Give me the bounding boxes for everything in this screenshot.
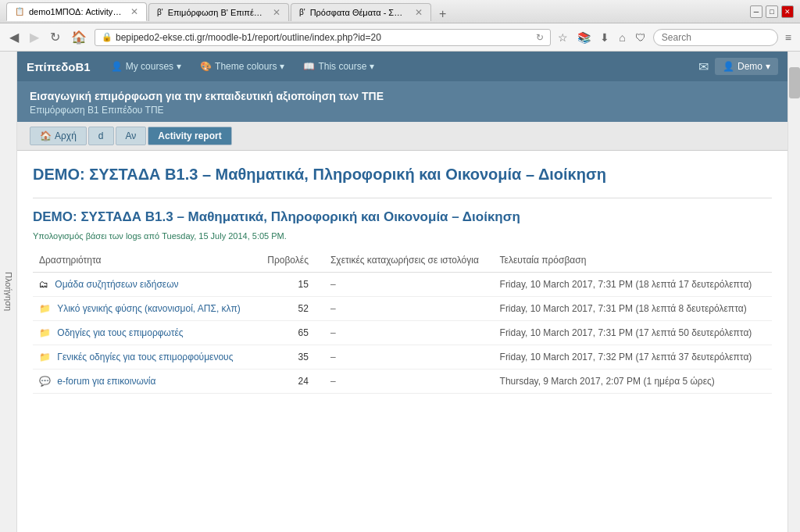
minimize-button[interactable]: ─: [750, 5, 762, 18]
course-title: Εισαγωγική επιμόρφωση για την εκπαιδευτι…: [30, 89, 775, 103]
close-button[interactable]: ✕: [781, 5, 794, 18]
tab-favicon: 📋: [15, 7, 24, 16]
forward-button[interactable]: ▶: [27, 28, 42, 46]
maximize-button[interactable]: □: [766, 5, 778, 18]
address-text: bepipedo2-ekse.cti.gr/moodle-b1/report/o…: [116, 32, 533, 43]
address-bar[interactable]: 🔒 bepipedo2-ekse.cti.gr/moodle-b1/report…: [95, 29, 551, 46]
this-course-icon: 📖: [303, 61, 315, 72]
breadcrumb-av-label: Αν: [126, 130, 137, 141]
browser-tabs: 📋 demo1ΜΠΟΔ: Activity rep... ✕ β' Επιμόρ…: [6, 2, 747, 21]
col-activity: Δραστηριότητα: [33, 252, 258, 273]
nav-this-course[interactable]: 📖 This course ▾: [295, 58, 382, 75]
home-breadcrumb-icon: 🏠: [40, 130, 52, 141]
col-related: Σχετικές καταχωρήσεις σε ιστολόγια: [324, 252, 494, 273]
activity-icon-4: 💬: [39, 376, 51, 387]
user-menu[interactable]: 👤 Demo ▾: [715, 58, 778, 75]
left-sidebar[interactable]: Πλοήγηση: [0, 52, 17, 532]
course-subtitle: Επιμόρφωση Β1 Επιπέδου ΤΠΕ: [30, 105, 775, 116]
search-input[interactable]: [653, 29, 778, 46]
last-access-cell-0: Friday, 10 March 2017, 7:31 PM (18 λεπτά…: [494, 272, 772, 296]
nav-my-courses[interactable]: 👤 My courses ▾: [103, 58, 189, 75]
toolbar-icons: ☆ 📚 ⬇ ⌂ 🛡: [555, 30, 648, 45]
views-cell-0: 15: [258, 272, 324, 296]
last-access-cell-4: Thursday, 9 March 2017, 2:07 PM (1 ημέρα…: [494, 369, 772, 393]
section-divider: [33, 198, 772, 198]
refresh-button[interactable]: ↻: [47, 28, 63, 46]
new-tab-button[interactable]: +: [433, 7, 452, 21]
tab2-title: Επιμόρφωση Β' Επιπέδου ...: [168, 8, 265, 17]
menu-icon[interactable]: ≡: [783, 30, 794, 45]
breadcrumb: 🏠 Αρχή d Αν Activity report: [17, 122, 788, 151]
activity-icon-3: 📁: [39, 352, 51, 362]
sub-heading: DEMO: ΣΥΣΤΑΔΑ Β1.3 – Μαθηματικά, Πληροφο…: [33, 208, 772, 227]
activity-cell-3: 📁 Γενικές οδηγίες για τους επιμορφούμενο…: [33, 345, 258, 369]
activity-link-2[interactable]: Οδηγίες για τους επιμορφωτές: [57, 327, 183, 338]
home-button[interactable]: 🏠: [68, 28, 90, 46]
nav-theme-colours[interactable]: 🎨 Theme colours ▾: [192, 58, 292, 75]
scrollbar[interactable]: [788, 52, 800, 532]
my-courses-label: My courses: [126, 61, 173, 72]
breadcrumb-av[interactable]: Αν: [116, 127, 147, 145]
course-header: Εισαγωγική επιμόρφωση για την εκπαιδευτι…: [17, 81, 788, 122]
views-cell-1: 52: [258, 296, 324, 320]
tab-2[interactable]: β' Επιμόρφωση Β' Επιπέδου ... ✕: [148, 3, 289, 21]
activity-cell-0: 🗂 Ομάδα συζητήσεων ειδήσεων: [33, 272, 258, 296]
tab-3[interactable]: β' Πρόσφατα Θέματα - Συζη... ✕: [291, 3, 431, 21]
tab-active[interactable]: 📋 demo1ΜΠΟΔ: Activity rep... ✕: [6, 2, 147, 21]
content-area: DEMO: ΣΥΣΤΑΔΑ Β1.3 – Μαθηματικά, Πληροφο…: [17, 151, 788, 406]
tab2-close-icon[interactable]: ✕: [273, 7, 280, 18]
download-icon[interactable]: ⬇: [598, 30, 612, 45]
lock-icon: 🔒: [102, 32, 112, 42]
breadcrumb-activity-report[interactable]: Activity report: [148, 127, 231, 145]
views-cell-2: 65: [258, 320, 324, 345]
last-access-cell-3: Friday, 10 March 2017, 7:32 PM (17 λεπτά…: [494, 345, 772, 369]
my-courses-icon: 👤: [111, 61, 123, 72]
shield-icon[interactable]: 🛡: [633, 30, 648, 45]
breadcrumb-home-label: Αρχή: [55, 130, 77, 141]
log-info: Υπολογισμός βάσει των logs από Tuesday, …: [33, 231, 772, 241]
tab3-close-icon[interactable]: ✕: [415, 7, 423, 18]
my-courses-arrow: ▾: [177, 61, 181, 72]
user-arrow: ▾: [766, 61, 770, 72]
house-icon[interactable]: ⌂: [616, 30, 627, 45]
table-row: 📁 Οδηγίες για τους επιμορφωτές 65 – Frid…: [33, 320, 772, 345]
tab3-title: Πρόσφατα Θέματα - Συζη...: [310, 8, 407, 17]
top-nav: ΕπίπεδοΒ1 👤 My courses ▾ 🎨 Theme colours…: [17, 52, 788, 81]
window-controls: ─ □ ✕: [750, 5, 794, 18]
tab-close-icon[interactable]: ✕: [130, 6, 138, 17]
tab2-favicon: β': [157, 8, 163, 16]
tab-title: demo1ΜΠΟΔ: Activity rep...: [29, 7, 123, 16]
activity-cell-1: 📁 Υλικό γενικής φύσης (κανονισμοί, ΑΠΣ, …: [33, 296, 258, 320]
related-cell-4: –: [324, 369, 494, 393]
sidebar-label: Πλοήγηση: [4, 272, 13, 311]
related-cell-3: –: [324, 345, 494, 369]
activity-icon-2: 📁: [39, 327, 51, 338]
activity-link-3[interactable]: Γενικές οδηγίες για τους επιμορφούμενους: [57, 352, 233, 362]
table-row: 📁 Γενικές οδηγίες για τους επιμορφούμενο…: [33, 345, 772, 369]
table-row: 💬 e-forum για επικοινωνία 24 – Thursday,…: [33, 369, 772, 393]
breadcrumb-d-label: d: [98, 130, 104, 141]
brand-label[interactable]: ΕπίπεδοΒ1: [27, 60, 91, 73]
tab3-favicon: β': [299, 8, 305, 16]
back-button[interactable]: ◀: [6, 28, 22, 46]
bookmark-icon[interactable]: ☆: [555, 30, 570, 45]
user-avatar-icon: 👤: [723, 61, 734, 72]
mail-icon[interactable]: ✉: [698, 59, 709, 74]
activity-link-4[interactable]: e-forum για επικοινωνία: [57, 376, 155, 387]
views-cell-3: 35: [258, 345, 324, 369]
scrollbar-thumb[interactable]: [789, 67, 800, 98]
related-cell-0: –: [324, 272, 494, 296]
table-row: 📁 Υλικό γενικής φύσης (κανονισμοί, ΑΠΣ, …: [33, 296, 772, 320]
address-bar-row: ◀ ▶ ↻ 🏠 🔒 bepipedo2-ekse.cti.gr/moodle-b…: [0, 23, 800, 52]
breadcrumb-d[interactable]: d: [88, 127, 114, 145]
breadcrumb-home[interactable]: 🏠 Αρχή: [30, 127, 87, 145]
activity-link-0[interactable]: Ομάδα συζητήσεων ειδήσεων: [55, 279, 178, 290]
activity-cell-2: 📁 Οδηγίες για τους επιμορφωτές: [33, 320, 258, 345]
activity-link-1[interactable]: Υλικό γενικής φύσης (κανονισμοί, ΑΠΣ, κλ…: [57, 303, 241, 314]
theme-colours-label: Theme colours: [215, 61, 277, 72]
this-course-arrow: ▾: [370, 61, 374, 72]
related-cell-2: –: [324, 320, 494, 345]
bookmark-list-icon[interactable]: 📚: [575, 30, 593, 45]
theme-colours-icon: 🎨: [200, 61, 212, 72]
related-cell-1: –: [324, 296, 494, 320]
